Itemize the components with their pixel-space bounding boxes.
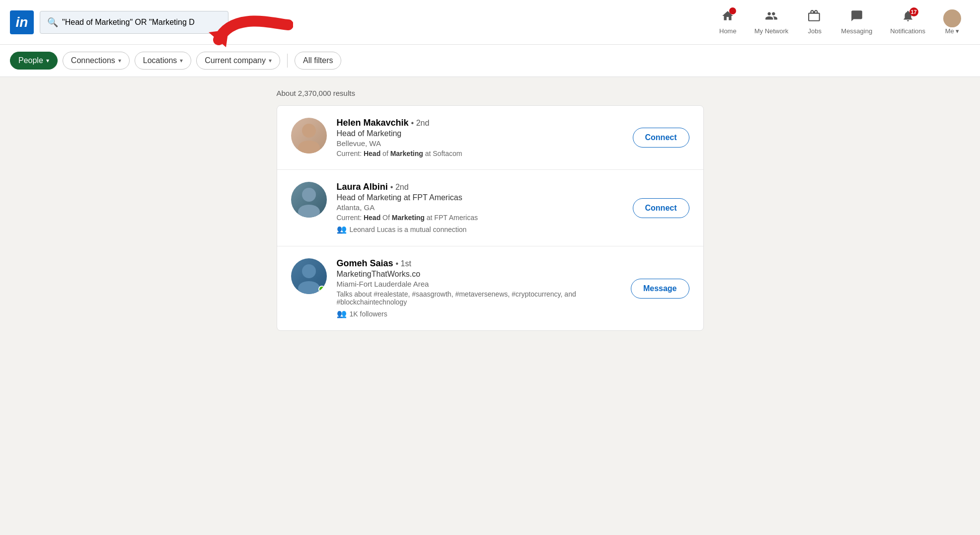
followers-icon: 👥 (337, 309, 347, 318)
home-icon (721, 9, 734, 25)
nav-messaging[interactable]: Messaging (832, 0, 881, 45)
locations-chevron-icon: ▾ (180, 57, 183, 64)
nav-my-network[interactable]: My Network (746, 0, 798, 45)
avatar (291, 182, 327, 218)
connect-button[interactable]: Connect (633, 128, 689, 148)
results-count: About 2,370,000 results (277, 89, 704, 97)
svg-point-1 (948, 12, 956, 20)
nav-home[interactable]: Home (710, 0, 746, 45)
current-company-chevron-icon: ▾ (269, 57, 272, 64)
table-row: Helen Makavchik • 2nd Head of Marketing … (277, 106, 703, 170)
search-input[interactable] (62, 18, 221, 27)
result-name: Laura Albini • 2nd (337, 182, 623, 192)
current-company-filter-label: Current company (205, 56, 266, 65)
result-current: Talks about #realestate, #saasgrowth, #m… (337, 290, 621, 306)
result-action: Message (631, 279, 689, 299)
messaging-icon (850, 9, 863, 25)
jobs-label: Jobs (808, 27, 822, 35)
message-button[interactable]: Message (631, 279, 689, 299)
table-row: Laura Albini • 2nd Head of Marketing at … (277, 170, 703, 246)
notifications-label: Notifications (890, 27, 925, 35)
result-action: Connect (633, 128, 689, 148)
header-nav: Home My Network Jobs Messaging (710, 0, 970, 45)
result-name: Gomeh Saias • 1st (337, 258, 621, 269)
notifications-icon: 17 (902, 9, 914, 25)
result-current: Current: Head Of Marketing at FPT Americ… (337, 214, 623, 222)
all-filters-label: All filters (303, 56, 333, 65)
avatar (943, 9, 961, 27)
locations-filter-button[interactable]: Locations ▾ (135, 52, 192, 70)
search-bar: 🔍 (40, 11, 228, 34)
result-title: Head of Marketing at FPT Americas (337, 193, 623, 202)
home-notification-dot (729, 7, 736, 14)
people-filter-label: People (18, 56, 43, 65)
my-network-label: My Network (754, 27, 789, 35)
nav-me[interactable]: Me ▾ (934, 0, 970, 45)
jobs-icon (808, 9, 821, 25)
me-label: Me ▾ (945, 27, 960, 35)
svg-point-5 (302, 188, 316, 202)
online-indicator (318, 286, 325, 293)
svg-point-7 (302, 264, 316, 278)
result-mutual: 👥 Leonard Lucas is a mutual connection (337, 225, 623, 234)
svg-point-8 (298, 281, 320, 294)
main-content: About 2,370,000 results Helen Makavchik … (267, 89, 714, 331)
result-name: Helen Makavchik • 2nd (337, 118, 623, 128)
result-action: Connect (633, 198, 689, 218)
my-network-icon (765, 9, 778, 25)
result-location: Atlanta, GA (337, 203, 623, 212)
all-filters-button[interactable]: All filters (295, 52, 341, 70)
result-location: Bellevue, WA (337, 139, 623, 148)
nav-notifications[interactable]: 17 Notifications (881, 0, 934, 45)
svg-point-2 (946, 20, 959, 27)
home-label: Home (719, 27, 737, 35)
people-filter-button[interactable]: People ▾ (10, 52, 58, 70)
filter-divider (287, 54, 288, 68)
connections-chevron-icon: ▾ (118, 57, 121, 64)
result-info: Laura Albini • 2nd Head of Marketing at … (337, 182, 623, 234)
table-row: Gomeh Saias • 1st MarketingThatWorks.co … (277, 246, 703, 330)
people-chevron-icon: ▾ (46, 57, 49, 64)
mutual-connection-icon: 👥 (337, 225, 347, 234)
result-location: Miami-Fort Lauderdale Area (337, 280, 621, 288)
notifications-badge: 17 (909, 7, 918, 16)
connect-button[interactable]: Connect (633, 198, 689, 218)
result-title: MarketingThatWorks.co (337, 270, 621, 279)
result-info: Helen Makavchik • 2nd Head of Marketing … (337, 118, 623, 157)
svg-point-4 (298, 141, 320, 153)
results-card: Helen Makavchik • 2nd Head of Marketing … (277, 105, 704, 331)
header: in 🔍 Home My Network (0, 0, 980, 45)
connections-filter-button[interactable]: Connections ▾ (63, 52, 130, 70)
svg-point-3 (302, 124, 316, 138)
messaging-label: Messaging (841, 27, 872, 35)
filter-bar: People ▾ Connections ▾ Locations ▾ Curre… (0, 45, 980, 77)
search-icon: 🔍 (47, 17, 58, 28)
locations-filter-label: Locations (143, 56, 177, 65)
avatar (291, 118, 327, 153)
nav-jobs[interactable]: Jobs (797, 0, 832, 45)
result-followers: 👥 1K followers (337, 309, 621, 318)
linkedin-logo[interactable]: in (10, 10, 34, 34)
avatar (291, 258, 327, 294)
result-title: Head of Marketing (337, 129, 623, 138)
result-info: Gomeh Saias • 1st MarketingThatWorks.co … (337, 258, 621, 318)
current-company-filter-button[interactable]: Current company ▾ (196, 52, 280, 70)
connections-filter-label: Connections (71, 56, 115, 65)
svg-point-6 (298, 205, 320, 218)
result-current: Current: Head of Marketing at Softacom (337, 150, 623, 157)
